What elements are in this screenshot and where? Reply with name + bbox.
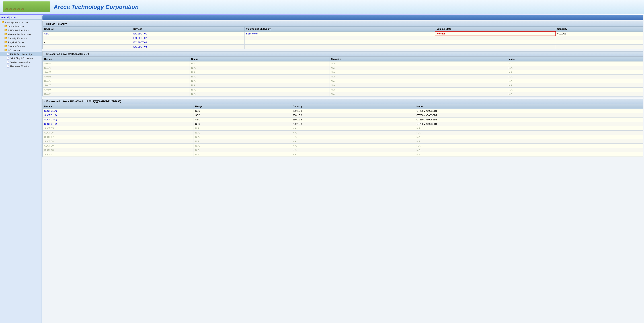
- raid-set-cell: [43, 36, 132, 40]
- sidebar-item-physical-drives[interactable]: Physical Drives: [0, 40, 42, 44]
- sidebar-label: RAID Set Functions: [8, 29, 29, 32]
- slot-link[interactable]: SLOT 04(D): [44, 122, 57, 125]
- table-row: -E#2SLOT 03: [43, 40, 643, 44]
- sidebar-item-hardware-monitor[interactable]: Hardware Monitor: [0, 64, 42, 68]
- device-link[interactable]: E#2SLOT 02: [133, 37, 147, 39]
- capacity-cell: N.A.: [291, 148, 415, 152]
- capacity-cell: 250.1GB: [291, 113, 415, 117]
- col-device: Device: [43, 56, 190, 61]
- device-link[interactable]: E#2SLOT 01: [133, 32, 147, 35]
- col-capacity: Capacity: [291, 104, 415, 109]
- table-row: Slot#2N.A.N.A.N.A.: [43, 66, 643, 70]
- open-close-bar: open all|close all: [0, 16, 42, 20]
- device-cell: SLOT 06: [43, 130, 194, 135]
- sidebar-tree: Raid System Console Quick Function RAID …: [0, 20, 42, 68]
- sidebar-label: SAS Chip Information: [10, 57, 33, 60]
- sidebar-label: Information: [8, 49, 20, 52]
- folder-icon: [4, 37, 7, 40]
- folder-icon: [4, 49, 7, 52]
- sidebar-item-raid-system-console[interactable]: Raid System Console: [0, 20, 42, 24]
- sidebar-label: System Information: [10, 61, 30, 64]
- main-layout: open all|close all Raid System Console Q…: [0, 15, 644, 323]
- device-cell: Slot#1: [43, 61, 190, 66]
- app-title: Areca Technology Corporation: [54, 4, 138, 10]
- enclosure2-section: Enclosure#2 : Areca ARC-8018-.01.14.0114…: [42, 99, 643, 157]
- capacity-cell: N.A.: [291, 126, 415, 130]
- capacity-cell: N.A.: [291, 152, 415, 156]
- table-row: Slot#5N.A.N.A.N.A.: [43, 79, 643, 83]
- table-row: Slot#3N.A.N.A.N.A.: [43, 70, 643, 74]
- col-capacity: Capacity: [330, 56, 507, 61]
- usage-cell: N.A.: [190, 83, 329, 88]
- usage-cell: N.A.: [194, 130, 291, 135]
- device-link[interactable]: E#2SLOT 03: [133, 41, 147, 44]
- device-link[interactable]: E#2SLOT 04: [133, 45, 147, 48]
- sidebar-label: Raid System Console: [5, 21, 28, 24]
- raidset-hierarchy-title: RaidSet Hierarchy: [43, 22, 643, 26]
- slot-link[interactable]: SLOT 02(B): [44, 114, 57, 116]
- sidebar-item-quick-function[interactable]: Quick Function: [0, 24, 42, 28]
- usage-cell: N.A.: [194, 148, 291, 152]
- sidebar-item-raid-set-hierarchy[interactable]: RAID Set Hierarchy: [0, 52, 42, 56]
- usage-cell: N.A.: [190, 70, 329, 74]
- sidebar-item-system-information[interactable]: System Information: [0, 60, 42, 64]
- col-usage: Usage: [190, 56, 329, 61]
- sidebar-label: Security Functions: [8, 37, 28, 40]
- col-model: Model: [415, 104, 643, 109]
- model-cell: CT250MX500SSD1: [415, 122, 643, 126]
- model-cell: N.A.: [415, 144, 643, 148]
- devices-cell: E#2SLOT 02: [132, 36, 244, 40]
- usage-cell: N.A.: [194, 139, 291, 144]
- capacity-cell: N.A.: [330, 88, 507, 92]
- device-cell: Slot#5: [43, 79, 190, 83]
- open-all-link[interactable]: open all: [2, 16, 9, 19]
- sidebar-item-information[interactable]: Information: [0, 48, 42, 52]
- model-cell: N.A.: [415, 139, 643, 144]
- capacity-cell: N.A.: [330, 79, 507, 83]
- table-row: E#2SLOT 02: [43, 36, 643, 40]
- capacity-cell: 250.1GB: [291, 117, 415, 122]
- sidebar-item-sas-chip-information[interactable]: SAS Chip Information: [0, 56, 42, 60]
- slot-link[interactable]: SLOT 01(A): [44, 110, 57, 112]
- device-cell: SLOT 03(C): [43, 117, 194, 122]
- volume-state-cell: [435, 36, 556, 40]
- usage-cell: N.A.: [194, 135, 291, 139]
- raid-set-link[interactable]: SSD: [44, 32, 49, 35]
- usage-cell: N.A.: [190, 74, 329, 79]
- enclosure2-table: Device Usage Capacity Model SLOT 01(A)SS…: [43, 104, 643, 157]
- devices-cell: E#2SLOT 03: [132, 40, 244, 44]
- close-all-link[interactable]: close all: [10, 16, 18, 19]
- device-cell: SLOT 11: [43, 152, 194, 156]
- usage-cell: N.A.: [194, 144, 291, 148]
- device-cell: Slot#3: [43, 70, 190, 74]
- main-content: RaidSet Hierarchy RAID Set Devices Volum…: [42, 15, 644, 323]
- volume-state-cell: [435, 40, 556, 44]
- device-cell: SLOT 01(A): [43, 109, 194, 113]
- usage-cell: N.A.: [194, 126, 291, 130]
- sidebar-item-raid-set-functions[interactable]: RAID Set Functions: [0, 28, 42, 32]
- slot-link[interactable]: SLOT 03(C): [44, 118, 57, 121]
- col-raid-set: RAID Set: [43, 27, 132, 32]
- capacity-cell: N.A.: [330, 66, 507, 70]
- usage-cell: N.A.: [190, 88, 329, 92]
- doc-icon: [6, 65, 10, 68]
- sidebar-item-security-functions[interactable]: Security Functions: [0, 36, 42, 40]
- sidebar-label: Hardware Monitor: [10, 65, 29, 68]
- device-cell: SLOT 07: [43, 135, 194, 139]
- raidset-hierarchy-table: RAID Set Devices Volume Set(Ch/Id/Lun) V…: [43, 26, 643, 49]
- folder-icon: [2, 21, 4, 24]
- capacity-cell: N.A.: [291, 130, 415, 135]
- table-row: SLOT 11N.A.N.A.N.A.: [43, 152, 643, 156]
- volume-set-link[interactable]: SSD (0/0/0): [246, 32, 258, 35]
- sidebar-label: System Controls: [8, 45, 25, 48]
- capacity-cell: N.A.: [291, 139, 415, 144]
- table-row: SLOT 06N.A.N.A.N.A.: [43, 130, 643, 135]
- model-cell: N.A.: [507, 70, 643, 74]
- sidebar-item-system-controls[interactable]: System Controls: [0, 44, 42, 48]
- sidebar: open all|close all Raid System Console Q…: [0, 15, 42, 323]
- enclosure1-title: Enclosure#1 : SAS RAID Adapter V1.0: [43, 52, 643, 56]
- sidebar-item-volume-set-functions[interactable]: Volume Set Functions: [0, 32, 42, 36]
- model-cell: N.A.: [507, 92, 643, 96]
- volume-set-cell: [244, 44, 435, 49]
- device-cell: Slot#2: [43, 66, 190, 70]
